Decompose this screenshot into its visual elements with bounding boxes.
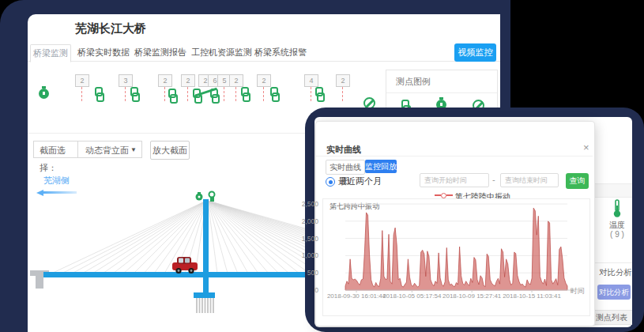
y-tick-label: 2,500 [295, 200, 318, 208]
measure-point-list-header: 测点列表 [594, 310, 632, 325]
recent-two-months-radio[interactable] [326, 177, 335, 187]
sensor-count-badge[interactable]: 2 [181, 74, 195, 87]
x-axis-name: 时间 [571, 286, 585, 296]
chain-sensor-icon[interactable] [130, 87, 140, 100]
chain-sensor-icon[interactable] [270, 87, 280, 100]
sensor-count-badge[interactable]: 2 [75, 74, 89, 87]
chain-sensor-icon[interactable] [168, 89, 178, 102]
left-pier-stem [36, 276, 43, 289]
y-tick-label: 0 [295, 286, 318, 294]
section-select-value: 动态背立面 [85, 145, 129, 155]
query-button[interactable]: 查询 [566, 173, 589, 189]
sensor-leader-line [125, 87, 126, 101]
sensor-count-badge[interactable]: 4 [304, 74, 318, 87]
temperature-count: ( 9 ) [605, 230, 629, 239]
sensor-leader-line [263, 87, 264, 101]
sensor-leader-line [81, 87, 82, 101]
car [172, 257, 198, 274]
comparison-analysis-title: 对比分析 [599, 267, 632, 278]
thermometer-icon[interactable] [612, 199, 623, 218]
y-tick-label: 500 [295, 269, 318, 277]
dialog-title: 实时曲线 [326, 144, 361, 156]
enlarge-section-button[interactable]: 放大截面 [150, 141, 190, 160]
tower-foundation-piles [197, 298, 213, 313]
y-tick-label: 1,500 [295, 235, 318, 243]
section-select[interactable]: 动态背立面 ▼ [77, 141, 142, 158]
wind-sensor-icon[interactable] [209, 192, 215, 202]
x-tick-label: 2018-10-15 11:03:41 [502, 292, 562, 300]
legend-line-icon [446, 194, 453, 196]
sensor-leader-line [311, 87, 311, 101]
page-title: 芜湖长江大桥 [75, 21, 146, 36]
sensor-count-badge[interactable]: 2 [229, 74, 243, 87]
range-separator: - [492, 175, 495, 184]
sensor-leader-line [164, 87, 165, 101]
chain-sensor-icon[interactable] [241, 87, 250, 100]
sensor-count-badge[interactable]: 2 [158, 74, 172, 87]
comparison-analysis-button[interactable]: 对比分析 [597, 285, 631, 300]
temperature-label: 温度 [605, 220, 629, 231]
tabbar-divider [28, 61, 500, 62]
x-tick-label: 2018-10-09 15:27:41 [442, 292, 502, 300]
chevron-down-icon: ▼ [130, 141, 137, 159]
sensor-count-badge[interactable]: 3 [119, 74, 133, 87]
tab-bridge-monitor-report[interactable]: 桥梁监测报告 [134, 44, 186, 61]
sensor-count-badge[interactable]: 2 [257, 74, 271, 87]
y-tick-label: 1,000 [295, 251, 318, 259]
vibration-series [345, 208, 567, 290]
chain-sensor-icon[interactable] [315, 87, 325, 100]
tab-bridge-realtime-data[interactable]: 桥梁实时数据 [77, 44, 130, 61]
sensor-count-badge[interactable]: 2 [336, 74, 350, 87]
sensor-leader-line [187, 87, 188, 101]
sensor-leader-line [224, 87, 224, 101]
camera-icon[interactable] [196, 192, 203, 201]
clock-sensor-icon[interactable] [39, 89, 49, 99]
query-start-time-input[interactable] [420, 173, 489, 187]
query-end-time-input[interactable] [500, 173, 559, 187]
x-tick-label: 2018-10-05 05:17:54 [382, 292, 442, 300]
y-tick-label: 2,000 [295, 217, 318, 225]
sidebar-divider [594, 262, 632, 263]
tab-monitor-playback[interactable]: 监控回放 [365, 160, 397, 173]
x-tick-label: 2018-09-30 16:01:44 [326, 292, 386, 300]
tab-realtime-curve[interactable]: 实时曲线图 [326, 160, 365, 175]
bridge-tower [203, 199, 209, 294]
video-monitor-button[interactable]: 视频监控 [454, 43, 496, 62]
legend-panel-title: 测点图例 [386, 70, 497, 93]
recent-two-months-label[interactable]: 最近两个月 [338, 175, 382, 187]
legend-line-icon [435, 194, 441, 196]
tab-bridge-monitoring[interactable]: 桥梁监测 [30, 44, 71, 62]
close-icon[interactable]: × [583, 141, 589, 153]
legend-circle-icon [441, 193, 446, 198]
screen: 芜湖长江大桥 桥梁监测 桥梁实时数据 桥梁监测报告 工控机资源监测 桥梁系统报警… [0, 0, 644, 332]
tab-bridge-system-alarm[interactable]: 桥梁系统报警 [254, 44, 307, 61]
section-select-label: 截面选择： [33, 141, 77, 158]
tab-ipc-resource-monitor[interactable]: 工控机资源监测 [191, 44, 252, 61]
sensor-leader-line [342, 87, 343, 101]
dialog-header-divider [316, 156, 593, 157]
tower-footing-cap [194, 292, 215, 298]
bearing-sensor-icon[interactable] [193, 87, 220, 103]
sensor-leader-line [235, 87, 236, 101]
chain-sensor-icon[interactable] [95, 87, 104, 100]
sidebar-section-band [594, 183, 632, 198]
